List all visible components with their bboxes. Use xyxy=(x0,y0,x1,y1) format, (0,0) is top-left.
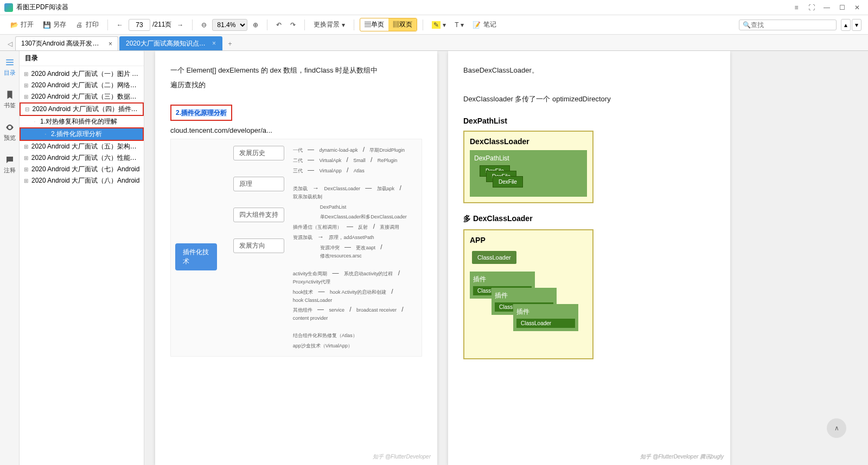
tree-label: 2.插件化原理分析 xyxy=(51,130,102,139)
mm-node: 发展方向 xyxy=(233,238,284,253)
pdf-page-left: 一个 Element[] dexElements 的 dex 数组，findCl… xyxy=(155,51,437,465)
tree-item[interactable]: 2020 Android 大厂面试（三）数据库 含 xyxy=(20,91,144,102)
print-button[interactable]: 🖨打印 xyxy=(72,18,102,31)
mindmap-diagram: 插件化技术 发展历史 原理 四大组件支持 发展方向 xyxy=(170,139,422,357)
maximize-button[interactable]: ☐ xyxy=(835,2,848,13)
tree-item[interactable]: 2020 Android 大厂面试（五）架构设计 xyxy=(20,141,144,152)
heading: DexPathList xyxy=(463,117,715,125)
bookmark-icon xyxy=(5,90,15,100)
tab-add-button[interactable]: + xyxy=(224,37,237,50)
page-input[interactable] xyxy=(129,19,150,31)
search-prev-button[interactable]: ▴ xyxy=(841,19,851,31)
zoom-select[interactable]: 81.4% xyxy=(212,19,247,31)
tree-label: 1.对热修复和插件化的理解 xyxy=(40,117,117,126)
tree-item[interactable]: 2020 Android 大厂面试（一）图片 含答 xyxy=(20,68,144,80)
expand-button[interactable]: ⛶ xyxy=(805,2,818,13)
menu-button[interactable]: ≡ xyxy=(790,2,803,13)
mindmap-root: 插件化技术 xyxy=(175,243,217,270)
background-button[interactable]: 更换背景 ▾ xyxy=(310,18,348,31)
notes-button[interactable]: 📝笔记 xyxy=(469,18,500,31)
close-icon[interactable]: × xyxy=(212,40,216,47)
next-page-button[interactable]: → xyxy=(174,19,187,31)
tree-label: 2020 Android 大厂面试（四）插件化、 xyxy=(33,105,140,114)
bookmark-tab[interactable]: 书签 xyxy=(2,88,18,112)
minimize-button[interactable]: — xyxy=(820,2,833,13)
expand-icon[interactable] xyxy=(23,71,29,77)
tree-label: 2020 Android 大厂面试（六）性能优化 xyxy=(31,153,141,163)
section-heading: 2.插件化原理分析 xyxy=(170,105,232,121)
expand-icon[interactable] xyxy=(23,82,29,88)
highlight-button[interactable]: ✎ ▾ xyxy=(429,19,449,31)
single-page-button[interactable]: ▤单页 xyxy=(360,18,388,31)
diagram-app: APP ClassLoader 插件ClassLoader 插件ClassLoa… xyxy=(463,229,593,359)
expand-icon[interactable] xyxy=(42,131,49,137)
content-area[interactable]: 一个 Element[] dexElements 的 dex 数组，findCl… xyxy=(144,51,868,465)
tree-label: 2020 Android 大厂面试（七）Android xyxy=(31,165,139,174)
tab-0[interactable]: 1307页Android 高级开发面试题 × xyxy=(15,36,118,50)
app-title: 看图王PDF阅读器 xyxy=(16,3,68,12)
zoom-out-button[interactable]: ⊖ xyxy=(198,19,210,31)
tabbar: ◁ 1307页Android 高级开发面试题 × 2020大厂面试高频知识点汇总… xyxy=(0,35,868,51)
body-text: 一个 Element[] dexElements 的 dex 数组，findCl… xyxy=(170,64,422,76)
print-icon: 🖨 xyxy=(75,21,84,29)
mm-node: 原理 xyxy=(233,177,284,191)
undo-button[interactable]: ↶ xyxy=(273,19,285,31)
tree-item[interactable]: 2020 Android 大厂面试（六）性能优化 xyxy=(20,152,144,164)
link-text: cloud.tencent.com/developer/a... xyxy=(170,124,422,137)
close-icon[interactable]: × xyxy=(108,40,112,48)
tab-1[interactable]: 2020大厂面试高频知识点汇总.p × xyxy=(119,36,222,50)
tree-item[interactable]: 2020 Android 大厂面试（四）插件化、 xyxy=(20,102,144,116)
search-icon: 🔍 xyxy=(743,21,751,29)
tree-label: 2020 Android 大厂面试（三）数据库 含 xyxy=(31,92,141,101)
list-icon xyxy=(5,57,15,67)
close-button[interactable]: ✕ xyxy=(851,2,864,13)
search-input[interactable] xyxy=(751,21,833,29)
tab-back-button[interactable]: ◁ xyxy=(4,37,15,50)
watermark: 知乎 @FlutterDeveloper xyxy=(373,453,431,461)
page-total: /211页 xyxy=(152,20,171,29)
save-as-button[interactable]: 💾另存 xyxy=(39,18,69,31)
outline-tab[interactable]: 目录 xyxy=(2,55,18,79)
annotation-tab[interactable]: 注释 xyxy=(2,153,18,177)
titlebar: 看图王PDF阅读器 ≡ ⛶ — ☐ ✕ xyxy=(0,0,868,15)
sidebar-rail: 目录 书签 预览 注释 xyxy=(0,51,20,465)
body-text: BaseDexClassLoader。 xyxy=(463,64,715,76)
expand-icon[interactable] xyxy=(23,144,29,150)
tree-label: 2020 Android 大厂面试（五）架构设计 xyxy=(31,142,141,151)
toolbar: 📂打开 💾另存 🖨打印 ← /211页 → ⊖ 81.4% ⊕ ↶ ↷ 更换背景… xyxy=(0,15,868,35)
double-page-button[interactable]: ▥双页 xyxy=(388,18,417,31)
text-tool-button[interactable]: T ▾ xyxy=(451,19,467,31)
tree-label: 2020 Android 大厂面试（八）Android xyxy=(31,176,139,185)
tree-label: 2020 Android 大厂面试（一）图片 含答 xyxy=(31,69,141,79)
expand-icon[interactable] xyxy=(24,106,30,112)
tree-item[interactable]: 2020 Android 大厂面试（二）网络和安 xyxy=(20,80,144,91)
search-next-button[interactable]: ▾ xyxy=(852,19,861,31)
note-icon: 📝 xyxy=(473,21,481,29)
expand-icon[interactable] xyxy=(31,119,38,125)
expand-icon[interactable] xyxy=(23,178,29,184)
tree-item[interactable]: 1.对热修复和插件化的理解 xyxy=(20,116,144,127)
tree-item[interactable]: 2020 Android 大厂面试（七）Android xyxy=(20,164,144,175)
expand-icon[interactable] xyxy=(23,166,29,172)
comment-icon xyxy=(5,155,15,165)
scroll-top-button[interactable]: ∧ xyxy=(827,418,846,438)
mm-node: 发展历史 xyxy=(233,146,284,160)
expand-icon[interactable] xyxy=(23,94,29,100)
tree-item[interactable]: 2020 Android 大厂面试（八）Android xyxy=(20,175,144,186)
prev-page-button[interactable]: ← xyxy=(113,19,126,31)
main: 目录 书签 预览 注释 目录 2020 Android 大厂面试（一）图片 含答… xyxy=(0,51,868,465)
redo-button[interactable]: ↷ xyxy=(287,19,299,31)
folder-icon: 📂 xyxy=(10,21,18,29)
outline-header: 目录 xyxy=(20,51,144,66)
outline-tree: 2020 Android 大厂面试（一）图片 含答2020 Android 大厂… xyxy=(20,66,144,465)
preview-tab[interactable]: 预览 xyxy=(2,120,18,144)
open-button[interactable]: 📂打开 xyxy=(7,18,37,31)
zoom-in-button[interactable]: ⊕ xyxy=(250,19,261,31)
expand-icon[interactable] xyxy=(23,155,29,161)
view-toggle: ▤单页 ▥双页 xyxy=(360,18,417,31)
outline-panel: 目录 2020 Android 大厂面试（一）图片 含答2020 Android… xyxy=(20,51,144,465)
pdf-page-right: BaseDexClassLoader。 DexClassloader 多传了一个… xyxy=(448,51,730,465)
tree-item[interactable]: 2.插件化原理分析 xyxy=(20,127,144,141)
tree-label: 2020 Android 大厂面试（二）网络和安 xyxy=(31,81,141,90)
save-icon: 💾 xyxy=(42,21,51,29)
